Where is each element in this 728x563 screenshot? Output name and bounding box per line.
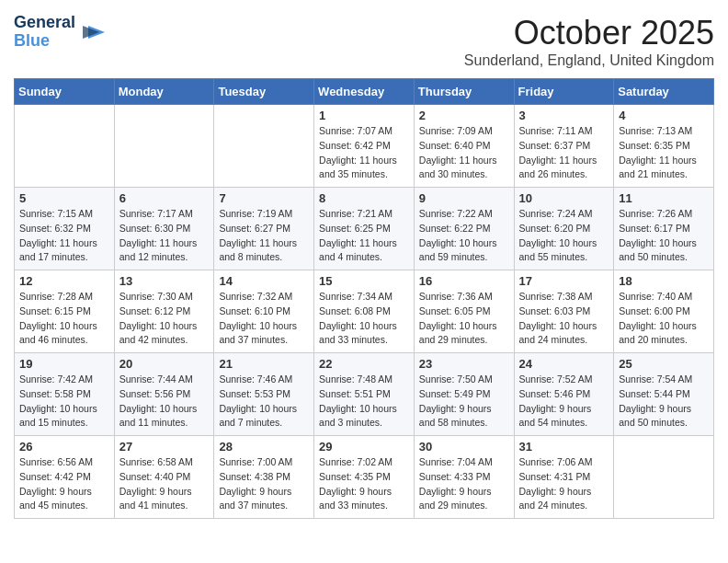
sunset-text: Sunset: 4:40 PM [119,470,210,485]
day-number: 29 [319,440,409,454]
sunset-text: Sunset: 6:20 PM [519,222,609,236]
day-info: Sunrise: 7:34 AMSunset: 6:08 PMDaylight:… [319,290,409,348]
calendar-cell: 7Sunrise: 7:19 AMSunset: 6:27 PMDaylight… [214,188,314,270]
daylight-text: Daylight: 11 hours and 12 minutes. [119,236,210,266]
daylight-text: Daylight: 11 hours and 17 minutes. [19,236,109,266]
day-number: 5 [19,191,109,205]
day-number: 3 [519,109,609,122]
sunrise-text: Sunrise: 7:42 AM [19,373,109,387]
calendar-week-4: 19Sunrise: 7:42 AMSunset: 5:58 PMDayligh… [15,353,714,436]
daylight-text: Daylight: 9 hours and 58 minutes. [419,402,509,431]
day-number: 18 [619,274,709,288]
day-number: 8 [319,191,409,205]
daylight-text: Daylight: 10 hours and 59 minutes. [419,236,509,266]
day-number: 24 [519,357,609,371]
calendar-cell: 19Sunrise: 7:42 AMSunset: 5:58 PMDayligh… [15,353,115,436]
day-info: Sunrise: 7:09 AMSunset: 6:40 PMDaylight:… [419,124,509,182]
sunset-text: Sunset: 6:12 PM [119,304,210,319]
sunset-text: Sunset: 6:42 PM [319,139,409,154]
calendar-cell: 29Sunrise: 7:02 AMSunset: 4:35 PMDayligh… [314,436,415,519]
day-info: Sunrise: 7:38 AMSunset: 6:03 PMDaylight:… [519,290,609,348]
sunrise-text: Sunrise: 7:30 AM [119,290,210,304]
calendar-cell [214,105,314,188]
calendar-cell: 16Sunrise: 7:36 AMSunset: 6:05 PMDayligh… [414,270,514,353]
daylight-text: Daylight: 11 hours and 21 minutes. [619,154,709,183]
sunrise-text: Sunrise: 7:11 AM [519,124,609,139]
sunrise-text: Sunrise: 7:17 AM [119,207,210,222]
daylight-text: Daylight: 10 hours and 20 minutes. [619,319,709,349]
day-info: Sunrise: 7:07 AMSunset: 6:42 PMDaylight:… [319,124,409,182]
daylight-text: Daylight: 10 hours and 42 minutes. [119,319,210,349]
daylight-text: Daylight: 11 hours and 4 minutes. [319,236,409,266]
sunrise-text: Sunrise: 7:32 AM [219,290,309,304]
day-number: 28 [219,440,309,454]
day-info: Sunrise: 7:13 AMSunset: 6:35 PMDaylight:… [619,124,709,182]
sunset-text: Sunset: 6:10 PM [219,304,309,319]
day-info: Sunrise: 7:48 AMSunset: 5:51 PMDaylight:… [319,373,409,431]
daylight-text: Daylight: 9 hours and 45 minutes. [19,485,109,514]
calendar-cell: 12Sunrise: 7:28 AMSunset: 6:15 PMDayligh… [15,270,115,353]
title-block: October 2025 Sunderland, England, United… [464,14,714,69]
day-number: 21 [219,357,309,371]
sunset-text: Sunset: 6:27 PM [219,222,309,236]
daylight-text: Daylight: 10 hours and 15 minutes. [19,402,109,431]
location: Sunderland, England, United Kingdom [464,52,714,69]
day-number: 23 [419,357,509,371]
sunset-text: Sunset: 6:37 PM [519,139,609,154]
calendar-cell: 11Sunrise: 7:26 AMSunset: 6:17 PMDayligh… [614,188,714,270]
sunset-text: Sunset: 4:31 PM [519,470,609,485]
daylight-text: Daylight: 10 hours and 55 minutes. [519,236,609,266]
sunset-text: Sunset: 6:35 PM [619,139,709,154]
day-info: Sunrise: 7:06 AMSunset: 4:31 PMDaylight:… [519,455,609,513]
header-friday: Friday [514,79,614,105]
sunrise-text: Sunrise: 7:07 AM [319,124,409,139]
sunrise-text: Sunrise: 7:22 AM [419,207,509,222]
logo-text: GeneralBlue [14,14,75,51]
day-info: Sunrise: 7:46 AMSunset: 5:53 PMDaylight:… [219,373,309,431]
sunset-text: Sunset: 5:49 PM [419,387,509,402]
calendar-cell: 2Sunrise: 7:09 AMSunset: 6:40 PMDaylight… [414,105,514,188]
day-number: 12 [19,274,109,288]
sunrise-text: Sunrise: 7:46 AM [219,373,309,387]
day-number: 27 [119,440,210,454]
day-number: 6 [119,191,210,205]
sunrise-text: Sunrise: 7:52 AM [519,373,609,387]
calendar-cell: 26Sunrise: 6:56 AMSunset: 4:42 PMDayligh… [15,436,115,519]
calendar-cell: 3Sunrise: 7:11 AMSunset: 6:37 PMDaylight… [514,105,614,188]
calendar-week-5: 26Sunrise: 6:56 AMSunset: 4:42 PMDayligh… [15,436,714,519]
sunset-text: Sunset: 5:46 PM [519,387,609,402]
day-number: 14 [219,274,309,288]
sunrise-text: Sunrise: 7:19 AM [219,207,309,222]
sunrise-text: Sunrise: 7:26 AM [619,207,709,222]
daylight-text: Daylight: 10 hours and 29 minutes. [419,319,509,349]
calendar-cell: 18Sunrise: 7:40 AMSunset: 6:00 PMDayligh… [614,270,714,353]
sunrise-text: Sunrise: 7:13 AM [619,124,709,139]
calendar-cell: 15Sunrise: 7:34 AMSunset: 6:08 PMDayligh… [314,270,415,353]
day-number: 2 [419,109,509,122]
day-number: 22 [319,357,409,371]
sunrise-text: Sunrise: 7:40 AM [619,290,709,304]
day-info: Sunrise: 7:36 AMSunset: 6:05 PMDaylight:… [419,290,509,348]
daylight-text: Daylight: 10 hours and 46 minutes. [19,319,109,349]
calendar-table: SundayMondayTuesdayWednesdayThursdayFrid… [14,78,714,519]
day-info: Sunrise: 7:28 AMSunset: 6:15 PMDaylight:… [19,290,109,348]
calendar-cell [15,105,115,188]
header-saturday: Saturday [614,79,714,105]
daylight-text: Daylight: 10 hours and 37 minutes. [219,319,309,349]
day-info: Sunrise: 7:44 AMSunset: 5:56 PMDaylight:… [119,373,210,431]
sunrise-text: Sunrise: 7:28 AM [19,290,109,304]
day-info: Sunrise: 7:30 AMSunset: 6:12 PMDaylight:… [119,290,210,348]
day-info: Sunrise: 7:11 AMSunset: 6:37 PMDaylight:… [519,124,609,182]
daylight-text: Daylight: 11 hours and 8 minutes. [219,236,309,266]
header-wednesday: Wednesday [314,79,415,105]
sunset-text: Sunset: 6:05 PM [419,304,509,319]
sunset-text: Sunset: 6:25 PM [319,222,409,236]
day-info: Sunrise: 7:22 AMSunset: 6:22 PMDaylight:… [419,207,509,265]
daylight-text: Daylight: 9 hours and 29 minutes. [419,485,509,514]
daylight-text: Daylight: 11 hours and 30 minutes. [419,154,509,183]
daylight-text: Daylight: 10 hours and 24 minutes. [519,319,609,349]
sunset-text: Sunset: 5:51 PM [319,387,409,402]
day-info: Sunrise: 7:52 AMSunset: 5:46 PMDaylight:… [519,373,609,431]
day-number: 30 [419,440,509,454]
calendar-cell: 14Sunrise: 7:32 AMSunset: 6:10 PMDayligh… [214,270,314,353]
